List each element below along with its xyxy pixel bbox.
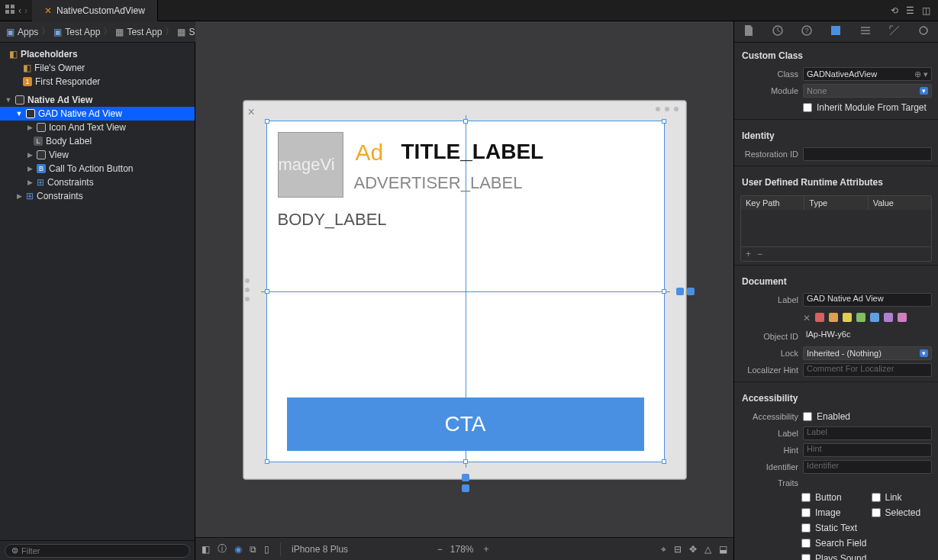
button-icon: B xyxy=(37,164,46,173)
placeholders-group[interactable]: ◧ Placeholders xyxy=(0,47,195,61)
tab-size-icon[interactable] xyxy=(888,24,901,39)
filter-input[interactable]: ⊜ Filter xyxy=(5,544,190,558)
tab-help-icon[interactable]: ? xyxy=(801,24,813,39)
lock-select[interactable]: Inherited - (Nothing)▾ xyxy=(803,346,932,360)
a11y-id-field[interactable]: Identifier xyxy=(803,460,932,474)
trait-checkbox[interactable]: Image xyxy=(801,506,862,520)
zoom-value: 178% xyxy=(450,544,474,555)
ad-body-label[interactable]: BODY_LABEL xyxy=(278,210,387,230)
constraints-icon: ⊞ xyxy=(37,177,44,188)
device-frame[interactable]: × mageV xyxy=(243,100,687,480)
zoom-in-icon[interactable]: ＋ xyxy=(482,542,491,555)
module-field[interactable]: None▾ xyxy=(803,84,932,98)
first-responder[interactable]: 1 First Responder xyxy=(0,75,195,89)
responder-icon: 1 xyxy=(23,77,32,86)
tab-file[interactable]: ✕ NativeCustomAdView xyxy=(32,0,158,21)
label-icon: L xyxy=(34,137,43,146)
view-icon xyxy=(15,95,24,105)
tree-item[interactable]: ▶ B Call To Action Button xyxy=(0,162,195,175)
ad-advertiser-label[interactable]: ADVERTISER_LABEL xyxy=(354,173,523,193)
add-attr-button[interactable]: + xyxy=(746,249,751,259)
trait-checkbox[interactable]: Static Text xyxy=(801,521,932,535)
svg-text:?: ? xyxy=(805,27,809,34)
embed-icon[interactable]: ⬓ xyxy=(719,544,727,555)
close-icon[interactable]: × xyxy=(248,105,262,119)
pin-icon[interactable]: ✥ xyxy=(689,544,697,555)
tree-item[interactable]: ▶ ⊞ Constraints xyxy=(0,175,195,189)
inspector-panel: ? Custom Class Class GADNativeAdView ⊕ ▾… xyxy=(733,21,938,560)
a11y-enabled-checkbox[interactable]: Enabled xyxy=(803,410,850,423)
ad-cta-button[interactable]: CTA xyxy=(287,397,644,451)
section-a11y: Accessibility xyxy=(734,385,938,408)
trait-checkbox[interactable]: Plays Sound xyxy=(801,552,932,560)
localizer-hint-field[interactable]: Comment For Localizer xyxy=(803,363,932,377)
tree-item[interactable]: ▶ Icon And Text View xyxy=(0,121,195,134)
section-custom-class: Custom Class xyxy=(734,43,938,66)
gad-native-ad-view-canvas[interactable]: mageVi Ad TITLE_LABEL ADVERTISER_LABEL B… xyxy=(266,121,665,462)
svg-rect-1 xyxy=(11,5,15,8)
trait-checkbox[interactable]: Link xyxy=(872,491,933,504)
a11y-hint-field[interactable]: Hint xyxy=(803,443,932,457)
class-field[interactable]: GADNativeAdView ⊕ ▾ xyxy=(803,67,932,81)
refresh-icon[interactable]: ⟲ xyxy=(891,5,898,16)
panel-icon[interactable]: ◫ xyxy=(922,5,930,16)
tree-item[interactable]: ▶ ⊞ Constraints xyxy=(0,189,195,203)
view-icon xyxy=(26,109,35,118)
remove-attr-button[interactable]: − xyxy=(757,249,762,259)
device-label[interactable]: iPhone 8 Plus xyxy=(292,544,348,555)
ad-title-label[interactable]: TITLE_LABEL xyxy=(401,140,544,164)
trait-checkbox[interactable]: Selected xyxy=(872,506,933,520)
svg-rect-2 xyxy=(5,10,9,14)
device-icon[interactable]: ▯ xyxy=(264,544,269,555)
layers-icon[interactable]: ⧉ xyxy=(250,544,256,555)
panel-left-icon[interactable]: ◧ xyxy=(201,544,210,555)
tree-item[interactable]: ▶ View xyxy=(0,148,195,162)
svg-rect-7 xyxy=(831,26,840,35)
svg-rect-0 xyxy=(5,5,9,8)
tab-history-icon[interactable] xyxy=(772,24,784,39)
runtime-attributes-table[interactable]: Key Path Type Value +− xyxy=(740,195,932,262)
inherit-module-checkbox[interactable]: Inherit Module From Target xyxy=(803,101,927,114)
tab-file-icon[interactable] xyxy=(743,24,755,39)
nav-back-icon[interactable]: ‹ xyxy=(18,5,21,16)
doc-label-field[interactable]: GAD Native Ad View xyxy=(803,293,932,307)
capture-icon[interactable]: ⌖ xyxy=(661,544,666,555)
tab-connections-icon[interactable] xyxy=(917,24,930,39)
document-outline: ◧ Placeholders ◧ File's Owner 1 First Re… xyxy=(0,21,195,560)
svg-rect-3 xyxy=(11,10,15,14)
color-swatches[interactable]: ✕ xyxy=(803,310,907,327)
filter-icon: ⊜ xyxy=(11,546,18,555)
tab-identity-icon[interactable] xyxy=(830,24,842,39)
app-grid-icon[interactable] xyxy=(5,4,15,17)
info-icon[interactable]: ⓘ xyxy=(218,542,227,555)
ad-icon-imageview[interactable]: mageVi xyxy=(278,132,343,198)
canvas-toolbar: ◧ ⓘ ◉ ⧉ ▯ iPhone 8 Plus − 178% ＋ ⌖ ⊟ ✥ △… xyxy=(195,537,733,560)
cube-icon: ◧ xyxy=(23,63,31,73)
zoom-out-icon[interactable]: − xyxy=(437,544,443,555)
native-ad-view-row[interactable]: ▼ Native Ad View xyxy=(0,93,195,107)
tab-bar: ‹ › ✕ NativeCustomAdView ⟲ ☰ ◫ xyxy=(0,0,938,21)
section-udra: User Defined Runtime Attributes xyxy=(734,169,938,192)
lines-icon[interactable]: ☰ xyxy=(906,5,914,16)
inspector-tabs[interactable]: ? xyxy=(734,21,938,43)
adjust-icon[interactable]: ◉ xyxy=(234,544,242,555)
gad-native-ad-view-row[interactable]: ▼ GAD Native Ad View xyxy=(0,107,195,121)
view-icon xyxy=(37,150,46,159)
filter-bar: ⊜ Filter xyxy=(0,540,195,560)
ad-badge[interactable]: Ad xyxy=(356,140,384,166)
trait-checkbox[interactable]: Button xyxy=(801,491,862,504)
files-owner[interactable]: ◧ File's Owner xyxy=(0,61,195,75)
a11y-label-field[interactable]: Label xyxy=(803,426,932,440)
no-color-icon[interactable]: ✕ xyxy=(803,313,811,323)
trait-checkbox[interactable]: Search Field xyxy=(801,536,932,550)
section-document: Document xyxy=(734,269,938,291)
view-icon xyxy=(37,123,46,132)
tree-item[interactable]: L Body Label xyxy=(0,134,195,148)
align-icon[interactable]: ⊟ xyxy=(674,544,682,555)
xib-icon: ✕ xyxy=(44,5,52,16)
object-id: lAp-HW-y6c xyxy=(803,330,932,343)
restoration-id-field[interactable] xyxy=(803,147,932,161)
nav-fwd-icon[interactable]: › xyxy=(24,5,27,16)
tab-attributes-icon[interactable] xyxy=(859,24,872,39)
resolve-icon[interactable]: △ xyxy=(704,544,711,555)
